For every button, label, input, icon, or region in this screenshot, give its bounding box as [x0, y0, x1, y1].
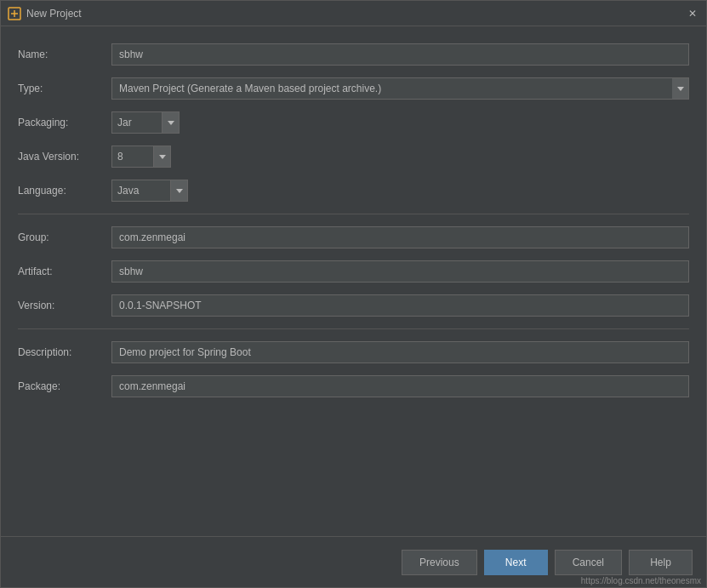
group-row: Group:: [18, 226, 689, 248]
package-row: Package:: [18, 375, 689, 397]
language-dropdown-icon: [171, 180, 188, 202]
description-row: Description:: [18, 341, 689, 363]
next-button[interactable]: Next: [484, 550, 548, 575]
title-bar-left: New Project: [8, 7, 82, 20]
previous-button[interactable]: Previous: [402, 550, 477, 575]
version-row: Version:: [18, 294, 689, 317]
packaging-dropdown-icon: [162, 111, 180, 134]
language-select-wrapper: Java Kotlin Groovy: [111, 180, 188, 202]
type-chevron-icon: [677, 87, 684, 91]
title-bar: New Project ✕: [1, 1, 706, 26]
artifact-label: Artifact:: [18, 265, 111, 277]
divider-2: [18, 328, 689, 329]
type-row: Type:: [18, 77, 689, 100]
type-select-wrapper: [111, 77, 689, 100]
packaging-select-wrapper: Jar War: [111, 111, 180, 134]
packaging-select[interactable]: Jar War: [111, 111, 162, 134]
type-dropdown-button[interactable]: [672, 77, 689, 100]
new-project-dialog: New Project ✕ Name: Type: Packaging:: [0, 0, 707, 588]
java-version-label: Java Version:: [18, 151, 111, 163]
group-input[interactable]: [111, 226, 689, 248]
dialog-title: New Project: [26, 8, 82, 20]
packaging-row: Packaging: Jar War: [18, 111, 689, 134]
close-button[interactable]: ✕: [686, 7, 699, 20]
package-label: Package:: [18, 380, 111, 392]
form-content: Name: Type: Packaging: Jar War: [1, 26, 706, 536]
language-select[interactable]: Java Kotlin Groovy: [111, 180, 171, 202]
version-input[interactable]: [111, 294, 689, 317]
java-version-chevron-icon: [159, 155, 166, 159]
version-label: Version:: [18, 300, 111, 311]
name-row: Name:: [18, 43, 689, 66]
description-input[interactable]: [111, 341, 689, 363]
artifact-input[interactable]: [111, 260, 689, 283]
java-version-dropdown-icon: [154, 146, 171, 168]
language-row: Language: Java Kotlin Groovy: [18, 180, 689, 202]
new-project-icon: [8, 7, 21, 20]
packaging-label: Packaging:: [18, 117, 111, 128]
packaging-chevron-icon: [168, 121, 174, 125]
name-label: Name:: [18, 49, 111, 60]
java-version-select[interactable]: 8 11 17: [111, 146, 154, 168]
java-version-row: Java Version: 8 11 17: [18, 146, 689, 168]
cancel-button[interactable]: Cancel: [555, 550, 622, 575]
watermark: https://blog.csdn.net/theonesmx: [581, 576, 701, 585]
java-version-select-wrapper: 8 11 17: [111, 146, 171, 168]
package-input[interactable]: [111, 375, 689, 397]
type-input[interactable]: [111, 77, 672, 100]
name-input[interactable]: [111, 43, 689, 66]
description-label: Description:: [18, 346, 111, 358]
type-label: Type:: [18, 83, 111, 94]
group-label: Group:: [18, 231, 111, 243]
artifact-row: Artifact:: [18, 260, 689, 283]
help-button[interactable]: Help: [629, 550, 693, 575]
divider-1: [18, 214, 689, 214]
language-chevron-icon: [176, 189, 183, 193]
language-label: Language:: [18, 185, 111, 197]
